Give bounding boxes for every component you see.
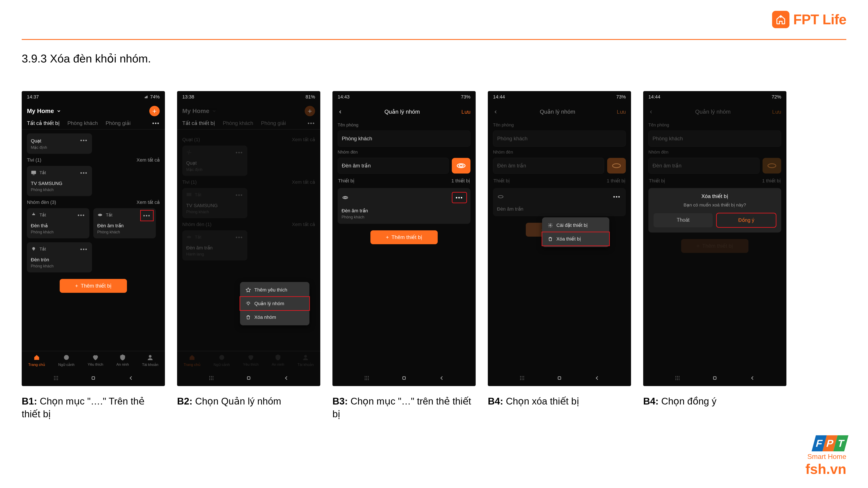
tab-living[interactable]: Phòng khách	[223, 120, 253, 126]
tabs-more-icon[interactable]: •••	[308, 120, 315, 126]
room-input[interactable]: Phòng khách	[338, 131, 470, 147]
group-input[interactable]: Đèn âm trần	[493, 158, 604, 174]
home-icon[interactable]	[712, 375, 718, 381]
device-card-round[interactable]: ••• Tắt Đèn tròn Phòng khách	[27, 242, 92, 272]
add-device-button[interactable]: +Thêm thiết bị	[370, 230, 438, 244]
add-device-button[interactable]: +Thêm thiết bị	[60, 279, 127, 293]
nav-fav[interactable]: Yêu thích	[88, 354, 103, 367]
back-icon[interactable]	[438, 375, 445, 381]
recents-icon[interactable]	[208, 375, 215, 381]
device-more-icon[interactable]: •••	[612, 192, 622, 201]
recents-icon[interactable]	[519, 375, 525, 381]
back-icon[interactable]	[749, 375, 755, 381]
device-card-recessed[interactable]: •••TắtĐèn âm trầnHành lang	[182, 230, 247, 260]
group-icon-picker[interactable]	[452, 158, 470, 173]
menu-add-favorite[interactable]: Thêm yêu thích	[240, 283, 309, 297]
add-button[interactable]: +	[305, 106, 315, 116]
device-card-tv[interactable]: •••TắtTV SAMSUNGPhòng khách	[182, 188, 247, 218]
home-icon[interactable]	[245, 375, 252, 381]
back-icon[interactable]	[283, 375, 289, 381]
recents-icon[interactable]	[364, 375, 370, 381]
nav-home[interactable]: Trang chủ	[184, 354, 200, 367]
home-icon[interactable]	[401, 375, 407, 381]
home-icon[interactable]	[90, 375, 97, 381]
status-bar: 14:4473%	[488, 91, 631, 103]
device-item[interactable]: ••• Đèn âm trần Phòng khách	[338, 188, 470, 224]
content: ••• Quạt Mặc định Tivi (1)Xem tất cả •••…	[22, 129, 165, 303]
home-selector[interactable]: My Home	[27, 107, 61, 115]
nav-scene[interactable]: Ngữ cảnh	[58, 354, 74, 367]
recents-icon[interactable]	[53, 375, 59, 381]
tab-all[interactable]: Tất cả thiết bị	[27, 120, 60, 126]
back-arrow-icon[interactable]	[648, 109, 654, 115]
menu-device-settings[interactable]: Cài đặt thiết bị	[542, 219, 609, 232]
status-bar: 14:4472%	[643, 91, 786, 103]
nav-home[interactable]: Trang chủ	[28, 354, 45, 367]
tab-living[interactable]: Phòng khách	[67, 120, 98, 126]
nav-fav[interactable]: Yêu thích	[243, 354, 259, 367]
device-room: Phòng khách	[31, 188, 88, 192]
recessed-light-icon	[97, 212, 103, 218]
group-icon-picker[interactable]	[763, 158, 781, 173]
see-all-link[interactable]: Xem tất cả	[292, 222, 315, 227]
room-input[interactable]: Phòng khách	[493, 131, 626, 147]
device-card-tv[interactable]: ••• Tắt TV SAMSUNG Phòng khách	[27, 166, 92, 196]
card-more-icon[interactable]: •••	[141, 210, 153, 221]
screen-title: Quản lý nhóm	[695, 108, 731, 115]
group-icon-picker[interactable]	[607, 158, 626, 173]
back-arrow-icon[interactable]	[338, 109, 343, 115]
nav-security[interactable]: An ninh	[272, 354, 284, 367]
card-more-icon[interactable]: •••	[79, 135, 89, 145]
nav-account[interactable]: Tài khoản	[142, 354, 158, 367]
bottom-nav: Trang chủ Ngữ cảnh Yêu thích An ninh Tài…	[22, 351, 165, 370]
device-card-recessed[interactable]: ••• Tắt Đèn âm trần Phòng khách	[93, 208, 156, 238]
tab-ent[interactable]: Phòng giải	[261, 120, 286, 126]
nav-scene[interactable]: Ngữ cảnh	[214, 354, 230, 367]
save-button[interactable]: Lưu	[461, 109, 470, 115]
nav-label: Trang chủ	[28, 362, 45, 367]
card-more-icon[interactable]: •••	[76, 210, 87, 220]
save-button[interactable]: Lưu	[617, 109, 626, 115]
device-name: TV SAMSUNG	[186, 203, 244, 208]
dialog-buttons: Thoát Đồng ý	[654, 213, 776, 227]
add-device-button[interactable]: +Thêm thiết bị	[681, 239, 748, 253]
menu-delete-device[interactable]: Xóa thiết bị	[542, 232, 609, 246]
nav-security[interactable]: An ninh	[116, 354, 129, 367]
device-more-icon[interactable]: •••	[452, 192, 467, 203]
dialog-ok-button[interactable]: Đồng ý	[716, 213, 776, 227]
group-input[interactable]: Đèn âm trần	[338, 158, 449, 174]
see-all-link[interactable]: Xem tất cả	[292, 180, 315, 185]
card-more-icon[interactable]: •••	[79, 245, 89, 254]
tab-all[interactable]: Tất cả thiết bị	[182, 120, 215, 126]
device-card-fan[interactable]: •••QuạtMặc định	[182, 145, 247, 176]
device-card-pendant[interactable]: ••• Tắt Đèn thả Phòng khách	[27, 208, 89, 238]
device-item[interactable]: ••• Đèn âm trần	[493, 188, 626, 216]
nav-label: Tài khoản	[297, 362, 314, 367]
phone-b2: 13:3881% My Home + Tất cả thiết bị Phòng…	[177, 91, 320, 386]
tab-ent[interactable]: Phòng giải	[106, 120, 131, 126]
save-button[interactable]: Lưu	[772, 109, 781, 115]
dialog-exit-button[interactable]: Thoát	[654, 213, 713, 227]
nav-account[interactable]: Tài khoản	[297, 354, 314, 367]
back-icon[interactable]	[128, 375, 134, 381]
caption-b4: B4: Chọn xóa thiết bị	[488, 395, 627, 408]
menu-manage-group[interactable]: Quản lý nhóm	[240, 297, 309, 311]
room-label: Tên phòng	[488, 121, 631, 129]
menu-label: Cài đặt thiết bị	[556, 223, 588, 228]
back-arrow-icon[interactable]	[493, 109, 498, 115]
card-more-icon[interactable]: •••	[79, 168, 89, 177]
back-icon[interactable]	[594, 375, 600, 381]
status-icons: 74%	[145, 94, 160, 100]
menu-delete-group[interactable]: Xóa nhóm	[240, 311, 309, 324]
group-input[interactable]: Đèn âm trần	[648, 158, 760, 174]
see-all-link[interactable]: Xem tất cả	[292, 137, 315, 142]
home-icon[interactable]	[556, 375, 563, 381]
see-all-link[interactable]: Xem tất cả	[136, 157, 160, 163]
tabs-more-icon[interactable]: •••	[152, 120, 160, 126]
device-card-fan[interactable]: ••• Quạt Mặc định	[27, 133, 92, 154]
home-selector[interactable]: My Home	[182, 107, 217, 115]
add-button[interactable]: +	[149, 106, 160, 116]
room-input[interactable]: Phòng khách	[648, 131, 781, 147]
see-all-link[interactable]: Xem tất cả	[136, 199, 160, 205]
recents-icon[interactable]	[674, 375, 681, 381]
